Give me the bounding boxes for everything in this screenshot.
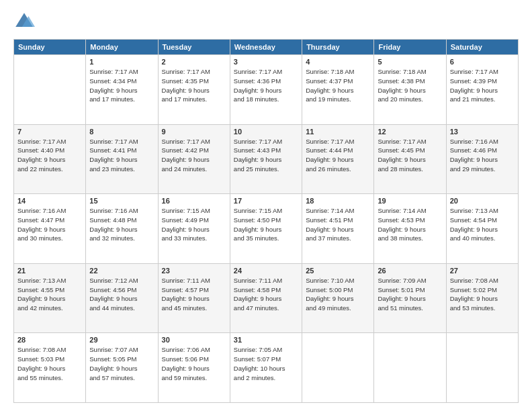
day-number: 8 <box>89 128 154 136</box>
calendar-cell: 19Sunrise: 7:14 AM Sunset: 4:53 PM Dayli… <box>374 194 446 264</box>
day-info: Sunrise: 7:11 AM Sunset: 4:58 PM Dayligh… <box>234 276 298 313</box>
day-number: 20 <box>450 197 515 205</box>
calendar-table: SundayMondayTuesdayWednesdayThursdayFrid… <box>13 39 519 403</box>
calendar-header-sunday: Sunday <box>14 40 86 55</box>
calendar-cell: 22Sunrise: 7:12 AM Sunset: 4:56 PM Dayli… <box>86 263 158 333</box>
calendar-header-thursday: Thursday <box>302 40 374 55</box>
day-number: 31 <box>234 336 298 344</box>
calendar-cell: 16Sunrise: 7:15 AM Sunset: 4:49 PM Dayli… <box>158 194 230 264</box>
day-number: 17 <box>234 197 298 205</box>
day-info: Sunrise: 7:15 AM Sunset: 4:50 PM Dayligh… <box>234 206 298 243</box>
calendar-cell: 24Sunrise: 7:11 AM Sunset: 4:58 PM Dayli… <box>230 263 302 333</box>
calendar-cell: 11Sunrise: 7:17 AM Sunset: 4:44 PM Dayli… <box>302 124 374 194</box>
calendar-body: 1Sunrise: 7:17 AM Sunset: 4:34 PM Daylig… <box>14 55 519 403</box>
calendar-cell: 12Sunrise: 7:17 AM Sunset: 4:45 PM Dayli… <box>374 124 446 194</box>
calendar-cell: 1Sunrise: 7:17 AM Sunset: 4:34 PM Daylig… <box>86 55 158 125</box>
calendar-header-tuesday: Tuesday <box>158 40 230 55</box>
day-info: Sunrise: 7:14 AM Sunset: 4:53 PM Dayligh… <box>378 206 442 243</box>
day-info: Sunrise: 7:17 AM Sunset: 4:35 PM Dayligh… <box>162 67 226 104</box>
calendar-header-monday: Monday <box>86 40 158 55</box>
calendar-cell: 8Sunrise: 7:17 AM Sunset: 4:41 PM Daylig… <box>86 124 158 194</box>
calendar-week-2: 7Sunrise: 7:17 AM Sunset: 4:40 PM Daylig… <box>14 124 519 194</box>
day-number: 15 <box>89 197 154 205</box>
day-info: Sunrise: 7:14 AM Sunset: 4:51 PM Dayligh… <box>306 206 370 243</box>
calendar-week-4: 21Sunrise: 7:13 AM Sunset: 4:55 PM Dayli… <box>14 263 519 333</box>
day-info: Sunrise: 7:17 AM Sunset: 4:45 PM Dayligh… <box>378 137 442 174</box>
day-info: Sunrise: 7:16 AM Sunset: 4:46 PM Dayligh… <box>450 137 515 174</box>
day-info: Sunrise: 7:17 AM Sunset: 4:40 PM Dayligh… <box>17 137 82 174</box>
calendar-cell: 26Sunrise: 7:09 AM Sunset: 5:01 PM Dayli… <box>374 263 446 333</box>
calendar-cell: 3Sunrise: 7:17 AM Sunset: 4:36 PM Daylig… <box>230 55 302 125</box>
day-info: Sunrise: 7:07 AM Sunset: 5:05 PM Dayligh… <box>89 345 154 382</box>
calendar-cell: 27Sunrise: 7:08 AM Sunset: 5:02 PM Dayli… <box>446 263 518 333</box>
calendar-cell: 29Sunrise: 7:07 AM Sunset: 5:05 PM Dayli… <box>86 333 158 403</box>
day-info: Sunrise: 7:17 AM Sunset: 4:41 PM Dayligh… <box>89 137 154 174</box>
day-number: 9 <box>162 128 226 136</box>
day-info: Sunrise: 7:09 AM Sunset: 5:01 PM Dayligh… <box>378 276 442 313</box>
calendar-cell: 7Sunrise: 7:17 AM Sunset: 4:40 PM Daylig… <box>14 124 86 194</box>
calendar-cell: 6Sunrise: 7:17 AM Sunset: 4:39 PM Daylig… <box>446 55 518 125</box>
day-number: 10 <box>234 128 298 136</box>
day-number: 4 <box>306 58 370 66</box>
day-info: Sunrise: 7:13 AM Sunset: 4:55 PM Dayligh… <box>17 276 82 313</box>
day-info: Sunrise: 7:15 AM Sunset: 4:49 PM Dayligh… <box>162 206 226 243</box>
day-number: 12 <box>378 128 442 136</box>
day-number: 7 <box>17 128 82 136</box>
day-number: 26 <box>378 267 442 275</box>
day-number: 18 <box>306 197 370 205</box>
day-number: 5 <box>378 58 442 66</box>
logo <box>13 11 38 32</box>
day-number: 6 <box>450 58 515 66</box>
calendar-cell: 14Sunrise: 7:16 AM Sunset: 4:47 PM Dayli… <box>14 194 86 264</box>
day-number: 22 <box>89 267 154 275</box>
calendar-cell <box>14 55 86 125</box>
day-number: 3 <box>234 58 298 66</box>
day-number: 16 <box>162 197 226 205</box>
day-info: Sunrise: 7:17 AM Sunset: 4:42 PM Dayligh… <box>162 137 226 174</box>
day-info: Sunrise: 7:17 AM Sunset: 4:39 PM Dayligh… <box>450 67 515 104</box>
day-info: Sunrise: 7:08 AM Sunset: 5:03 PM Dayligh… <box>17 345 82 382</box>
day-number: 23 <box>162 267 226 275</box>
day-number: 11 <box>306 128 370 136</box>
calendar-header-friday: Friday <box>374 40 446 55</box>
calendar-cell: 4Sunrise: 7:18 AM Sunset: 4:37 PM Daylig… <box>302 55 374 125</box>
day-info: Sunrise: 7:16 AM Sunset: 4:48 PM Dayligh… <box>89 206 154 243</box>
calendar-cell: 23Sunrise: 7:11 AM Sunset: 4:57 PM Dayli… <box>158 263 230 333</box>
day-info: Sunrise: 7:17 AM Sunset: 4:43 PM Dayligh… <box>234 137 298 174</box>
calendar-cell: 21Sunrise: 7:13 AM Sunset: 4:55 PM Dayli… <box>14 263 86 333</box>
day-info: Sunrise: 7:18 AM Sunset: 4:38 PM Dayligh… <box>378 67 442 104</box>
calendar-cell: 28Sunrise: 7:08 AM Sunset: 5:03 PM Dayli… <box>14 333 86 403</box>
day-info: Sunrise: 7:17 AM Sunset: 4:36 PM Dayligh… <box>234 67 298 104</box>
day-number: 27 <box>450 267 515 275</box>
logo-icon <box>13 11 35 32</box>
day-info: Sunrise: 7:13 AM Sunset: 4:54 PM Dayligh… <box>450 206 515 243</box>
calendar-header-wednesday: Wednesday <box>230 40 302 55</box>
day-info: Sunrise: 7:11 AM Sunset: 4:57 PM Dayligh… <box>162 276 226 313</box>
header <box>13 11 519 32</box>
calendar-cell: 17Sunrise: 7:15 AM Sunset: 4:50 PM Dayli… <box>230 194 302 264</box>
calendar-cell: 18Sunrise: 7:14 AM Sunset: 4:51 PM Dayli… <box>302 194 374 264</box>
day-info: Sunrise: 7:08 AM Sunset: 5:02 PM Dayligh… <box>450 276 515 313</box>
calendar-cell: 30Sunrise: 7:06 AM Sunset: 5:06 PM Dayli… <box>158 333 230 403</box>
calendar-cell: 10Sunrise: 7:17 AM Sunset: 4:43 PM Dayli… <box>230 124 302 194</box>
calendar-cell <box>302 333 374 403</box>
day-number: 29 <box>89 336 154 344</box>
calendar-cell: 20Sunrise: 7:13 AM Sunset: 4:54 PM Dayli… <box>446 194 518 264</box>
day-number: 19 <box>378 197 442 205</box>
day-info: Sunrise: 7:10 AM Sunset: 5:00 PM Dayligh… <box>306 276 370 313</box>
day-number: 13 <box>450 128 515 136</box>
day-info: Sunrise: 7:16 AM Sunset: 4:47 PM Dayligh… <box>17 206 82 243</box>
day-info: Sunrise: 7:18 AM Sunset: 4:37 PM Dayligh… <box>306 67 370 104</box>
calendar-cell <box>374 333 446 403</box>
day-number: 21 <box>17 267 82 275</box>
page: SundayMondayTuesdayWednesdayThursdayFrid… <box>0 0 532 411</box>
calendar-week-1: 1Sunrise: 7:17 AM Sunset: 4:34 PM Daylig… <box>14 55 519 125</box>
day-number: 30 <box>162 336 226 344</box>
day-number: 2 <box>162 58 226 66</box>
calendar-cell: 13Sunrise: 7:16 AM Sunset: 4:46 PM Dayli… <box>446 124 518 194</box>
calendar-cell: 2Sunrise: 7:17 AM Sunset: 4:35 PM Daylig… <box>158 55 230 125</box>
day-info: Sunrise: 7:12 AM Sunset: 4:56 PM Dayligh… <box>89 276 154 313</box>
day-info: Sunrise: 7:06 AM Sunset: 5:06 PM Dayligh… <box>162 345 226 382</box>
calendar-header-row: SundayMondayTuesdayWednesdayThursdayFrid… <box>14 40 519 55</box>
day-number: 14 <box>17 197 82 205</box>
